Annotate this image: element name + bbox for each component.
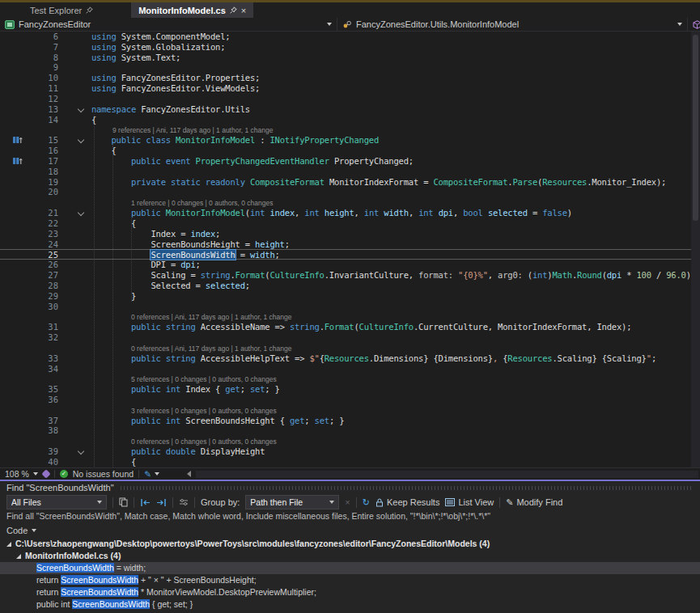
close-icon[interactable]: × — [241, 6, 246, 15]
result-match-row[interactable]: return ScreenBoundsWidth * MonitorViewMo… — [0, 586, 700, 598]
find-panel-header[interactable]: Find "ScreenBoundsWidth" — [0, 481, 700, 493]
panel-drag-grip[interactable] — [121, 486, 694, 490]
code-line[interactable]: 17 public event PropertyChangedEventHand… — [0, 156, 700, 167]
line-number[interactable]: 26 — [0, 260, 58, 270]
fold-chevron-icon[interactable] — [78, 137, 84, 143]
copy-icon[interactable] — [119, 497, 128, 507]
line-number[interactable]: 7 — [0, 42, 58, 53]
code-line[interactable]: 13namespace FancyZonesEditor.Utils — [0, 104, 700, 115]
code-line[interactable]: 16 { — [0, 146, 700, 156]
code-line[interactable]: 33 public string AccessibleHelpText => $… — [0, 353, 700, 364]
code-line[interactable]: 14{ — [0, 115, 700, 125]
line-number[interactable]: 23 — [0, 229, 58, 239]
zoom-dropdown[interactable]: 108 % — [5, 469, 38, 479]
line-number[interactable]: 30 — [0, 302, 58, 312]
code-line[interactable]: 25 ScreenBoundsWidth = width; — [0, 249, 700, 260]
tab-test-explorer[interactable]: Test Explorer — [23, 2, 100, 18]
line-number[interactable]: 38 — [0, 425, 58, 436]
pin-icon[interactable] — [86, 6, 93, 15]
line-number[interactable]: 27 — [0, 270, 58, 281]
code-line[interactable]: 18 — [0, 167, 700, 177]
line-number[interactable]: 34 — [0, 364, 58, 374]
vertical-scrollbar[interactable] — [691, 32, 700, 467]
settings-icon[interactable] — [179, 498, 189, 506]
line-number[interactable]: 16 — [0, 146, 58, 156]
code-line[interactable]: 37 public int ScreenBoundsHeight { get; … — [0, 416, 700, 426]
tab-monitorinfomodel[interactable]: MonitorInfoModel.cs × — [131, 2, 253, 18]
line-number[interactable]: 17 — [0, 156, 58, 167]
result-file-row[interactable]: MonitorInfoModel.cs (4) — [0, 550, 700, 562]
codelens-text[interactable]: 3 references | 0 changes | 0 authors, 0 … — [91, 407, 277, 415]
codelens-text[interactable]: 0 references | Ani, 117 days ago | 1 aut… — [91, 313, 291, 321]
codelens-row[interactable]: 5 references | 0 changes | 0 authors, 0 … — [0, 374, 700, 384]
pin-icon[interactable] — [230, 6, 237, 15]
line-number[interactable]: 36 — [0, 395, 58, 405]
codelens-row[interactable]: 1 reference | 0 changes | 0 authors, 0 c… — [0, 197, 700, 208]
result-match-row[interactable]: ScreenBoundsWidth = width; — [0, 562, 700, 574]
code-editor[interactable]: 6using System.ComponentModel;7using Syst… — [0, 32, 700, 467]
line-number[interactable]: 9 — [0, 62, 58, 73]
modify-find-button[interactable]: ✎ Modify Find — [506, 497, 562, 508]
result-match-row[interactable]: return ScreenBoundsWidth + " × " + Scree… — [0, 574, 700, 586]
code-line[interactable]: 9 — [0, 62, 700, 73]
codelens-text[interactable]: 0 references | 0 changes | 0 authors, 0 … — [91, 438, 277, 446]
codelens-row[interactable]: 0 references | Ani, 117 days ago | 1 aut… — [0, 311, 700, 322]
code-line[interactable]: 8using System.Text; — [0, 53, 700, 63]
code-line[interactable]: 36 — [0, 395, 700, 405]
group-by-dropdown[interactable]: Path then File — [245, 495, 339, 509]
code-line[interactable]: 26 DPI = dpi; — [0, 260, 700, 270]
line-number[interactable]: 21 — [0, 208, 58, 218]
expander-icon[interactable] — [6, 542, 11, 547]
content-type-filter[interactable]: Code — [0, 522, 700, 537]
code-line[interactable]: 19 private static readonly CompositeForm… — [0, 177, 700, 188]
codelens-row[interactable]: 3 references | 0 changes | 0 authors, 0 … — [0, 405, 700, 416]
result-path-row[interactable]: C:\Users\zhaopengwang\Desktop\powertoys\… — [0, 538, 700, 550]
code-line[interactable]: 6using System.ComponentModel; — [0, 32, 700, 42]
code-line[interactable]: 29 } — [0, 291, 700, 302]
line-number[interactable]: 15 — [0, 135, 58, 146]
expander-icon[interactable] — [16, 554, 21, 559]
next-location-icon[interactable] — [156, 498, 167, 507]
codelens-text[interactable]: 5 references | 0 changes | 0 authors, 0 … — [91, 375, 277, 383]
codelens-row[interactable]: 9 references | Ani, 117 days ago | 1 aut… — [0, 125, 700, 135]
line-number[interactable]: 6 — [0, 32, 58, 42]
line-number[interactable]: 19 — [0, 177, 58, 188]
code-line[interactable]: 11using FancyZonesEditor.ViewModels; — [0, 83, 700, 94]
fold-chevron-icon[interactable] — [78, 209, 84, 216]
code-line[interactable]: 39 public double DisplayHeight — [0, 446, 700, 457]
code-line[interactable]: 27 Scaling = string.Format(CultureInfo.I… — [0, 270, 700, 281]
line-number[interactable]: 37 — [0, 416, 58, 426]
code-line[interactable]: 35 public int Index { get; set; } — [0, 384, 700, 395]
line-number[interactable]: 29 — [0, 291, 58, 302]
keep-results-toggle[interactable]: Keep Results — [375, 497, 439, 507]
code-line[interactable]: 22 { — [0, 218, 700, 229]
code-line[interactable]: 7using System.Globalization; — [0, 42, 700, 53]
line-number[interactable]: 14 — [0, 115, 58, 125]
codelens-text[interactable]: 9 references | Ani, 117 days ago | 1 aut… — [91, 126, 273, 134]
line-number[interactable]: 13 — [0, 104, 58, 115]
line-number[interactable]: 20 — [0, 187, 58, 197]
code-cleanup-button[interactable]: ✎ — [144, 469, 159, 479]
previous-location-icon[interactable] — [140, 498, 151, 507]
line-number[interactable]: 35 — [0, 384, 58, 395]
codelens-row[interactable]: 0 references | 0 changes | 0 authors, 0 … — [0, 436, 700, 446]
line-number[interactable]: 32 — [0, 332, 58, 343]
line-number[interactable]: 28 — [0, 281, 58, 291]
line-number[interactable]: 24 — [0, 239, 58, 250]
code-line[interactable]: 23 Index = index; — [0, 229, 700, 239]
type-dropdown[interactable]: FancyZonesEditor.Utils.MonitorInfoModel — [337, 18, 687, 31]
code-line[interactable]: 24 ScreenBoundsHeight = height; — [0, 239, 700, 250]
code-line[interactable]: 21 public MonitorInfoModel(int index, in… — [0, 208, 700, 218]
line-number[interactable]: 10 — [0, 73, 58, 83]
codelens-row[interactable]: 0 references | Ani, 117 days ago | 1 aut… — [0, 343, 700, 353]
fold-chevron-icon[interactable] — [78, 106, 84, 112]
project-dropdown[interactable]: FancyZonesEditor — [0, 18, 337, 31]
member-dropdown[interactable]: Mo — [687, 18, 700, 31]
intellicode-icon[interactable] — [41, 469, 50, 478]
code-line[interactable]: 15 public class MonitorInfoModel : INoti… — [0, 135, 700, 146]
line-number[interactable]: 18 — [0, 167, 58, 177]
scope-dropdown[interactable]: All Files — [6, 495, 107, 509]
code-line[interactable]: 31 public string AccessibleName => strin… — [0, 322, 700, 332]
code-line[interactable]: 32 — [0, 332, 700, 343]
result-match-row[interactable]: public int ScreenBoundsWidth { get; set;… — [0, 598, 700, 611]
